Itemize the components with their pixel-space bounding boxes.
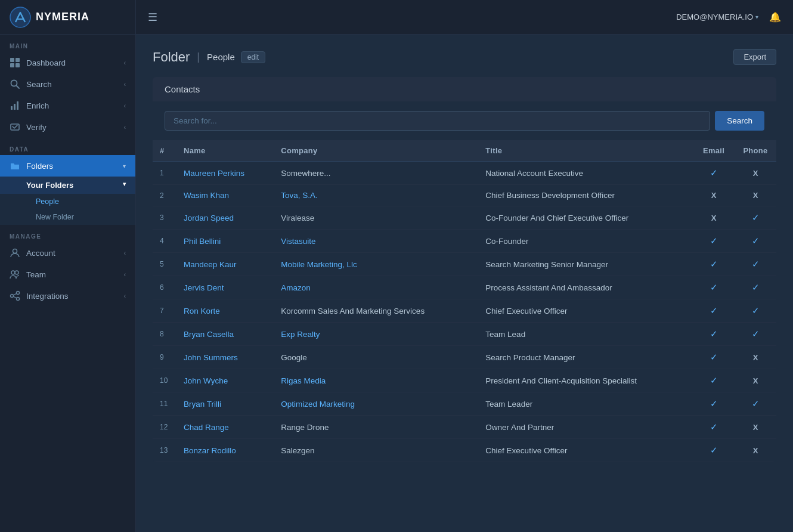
table-row: 10 John Wyche Rigas Media President And … bbox=[153, 369, 776, 392]
company-link[interactable]: Amazon bbox=[281, 283, 311, 292]
enrich-icon bbox=[10, 100, 20, 111]
table-row: 3 Jordan Speed Viralease Co-Founder And … bbox=[153, 206, 776, 230]
contacts-search-button[interactable]: Search bbox=[715, 111, 764, 131]
company-name: Korcomm Sales And Marketing Services bbox=[281, 307, 425, 316]
contact-name-link[interactable]: John Wyche bbox=[184, 376, 228, 385]
contact-company: Somewhere... bbox=[274, 162, 478, 185]
app-title: NYMERIA bbox=[36, 11, 89, 23]
contact-name-link[interactable]: John Summers bbox=[184, 353, 238, 362]
sidebar-item-new-folder[interactable]: New Folder bbox=[0, 209, 135, 225]
phone-check-icon: ✓ bbox=[752, 259, 760, 269]
user-menu[interactable]: DEMO@NYMERIA.IO ▾ bbox=[676, 13, 758, 21]
contact-email-cell: ✓ bbox=[693, 230, 735, 253]
svg-rect-4 bbox=[16, 63, 20, 67]
email-check-icon: ✓ bbox=[710, 329, 718, 339]
contact-name-link[interactable]: Jordan Speed bbox=[184, 214, 234, 222]
contact-title: Search Marketing Senior Manager bbox=[478, 253, 693, 276]
contact-name: Jervis Dent bbox=[176, 276, 274, 299]
contact-name-link[interactable]: Mandeep Kaur bbox=[184, 260, 237, 269]
sidebar-item-folders[interactable]: Folders ▾ bbox=[0, 155, 135, 177]
row-num: 10 bbox=[153, 369, 176, 392]
table-row: 5 Mandeep Kaur Mobile Marketing, Llc Sea… bbox=[153, 253, 776, 276]
contact-title: Team Leader bbox=[478, 392, 693, 416]
company-name: Somewhere... bbox=[281, 169, 330, 178]
col-header-title: Title bbox=[478, 140, 693, 162]
phone-x-icon: X bbox=[753, 353, 758, 362]
dashboard-chevron: ‹ bbox=[124, 60, 126, 66]
svg-point-16 bbox=[17, 298, 20, 301]
contact-phone-cell: ✓ bbox=[735, 230, 776, 253]
contact-name-link[interactable]: Phil Bellini bbox=[184, 237, 221, 246]
phone-x-icon: X bbox=[753, 191, 758, 200]
contact-name-link[interactable]: Bonzar Rodillo bbox=[184, 446, 236, 455]
sidebar-item-enrich[interactable]: Enrich ‹ bbox=[0, 95, 135, 116]
contact-title: Co-Founder And Chief Executive Officer bbox=[478, 206, 693, 230]
contacts-section-title: Contacts bbox=[153, 77, 776, 101]
contact-email-cell: ✓ bbox=[693, 346, 735, 369]
contact-phone-cell: ✓ bbox=[735, 323, 776, 346]
contact-email-cell: X bbox=[693, 185, 735, 206]
row-num: 5 bbox=[153, 253, 176, 276]
contact-email-cell: ✓ bbox=[693, 276, 735, 299]
company-link[interactable]: Exp Realty bbox=[281, 330, 320, 339]
search-label: Search bbox=[26, 80, 52, 89]
contact-name-link[interactable]: Maureen Perkins bbox=[184, 169, 244, 178]
contact-company: Google bbox=[274, 346, 478, 369]
contact-name: John Summers bbox=[176, 346, 274, 369]
notification-bell-icon[interactable]: 🔔 bbox=[769, 11, 781, 23]
contact-company: Rigas Media bbox=[274, 369, 478, 392]
contacts-search-input[interactable] bbox=[165, 111, 710, 131]
sidebar-item-your-folders[interactable]: Your Folders ▾ bbox=[0, 177, 135, 194]
contact-name-link[interactable]: Wasim Khan bbox=[184, 191, 229, 200]
contact-name-link[interactable]: Chad Range bbox=[184, 423, 229, 432]
contact-email-cell: ✓ bbox=[693, 439, 735, 462]
sidebar-item-verify[interactable]: Verify ‹ bbox=[0, 116, 135, 138]
sidebar-item-integrations[interactable]: Integrations ‹ bbox=[0, 285, 135, 307]
row-num: 4 bbox=[153, 230, 176, 253]
col-header-name: Name bbox=[176, 140, 274, 162]
hamburger-button[interactable]: ☰ bbox=[148, 11, 157, 24]
contact-name-link[interactable]: Ron Korte bbox=[184, 307, 220, 316]
company-link[interactable]: Rigas Media bbox=[281, 376, 326, 385]
edit-button[interactable]: edit bbox=[241, 51, 265, 63]
sidebar-item-team[interactable]: Team ‹ bbox=[0, 264, 135, 285]
email-check-icon: ✓ bbox=[710, 282, 718, 292]
email-check-icon: ✓ bbox=[710, 259, 718, 269]
export-button[interactable]: Export bbox=[733, 49, 776, 65]
company-link[interactable]: Vistasuite bbox=[281, 237, 315, 246]
folders-icon bbox=[10, 160, 20, 171]
contact-name-link[interactable]: Jervis Dent bbox=[184, 283, 224, 292]
sidebar-item-people[interactable]: People bbox=[0, 194, 135, 209]
table-row: 1 Maureen Perkins Somewhere... National … bbox=[153, 162, 776, 185]
contact-phone-cell: ✓ bbox=[735, 206, 776, 230]
contact-name: Bryan Trilli bbox=[176, 392, 274, 416]
company-link[interactable]: Tova, S.A. bbox=[281, 191, 318, 200]
col-header-company: Company bbox=[274, 140, 478, 162]
contact-name-link[interactable]: Bryan Trilli bbox=[184, 400, 221, 409]
table-row: 9 John Summers Google Search Product Man… bbox=[153, 346, 776, 369]
contact-email-cell: X bbox=[693, 206, 735, 230]
contact-name-link[interactable]: Bryan Casella bbox=[184, 330, 234, 339]
contact-email-cell: ✓ bbox=[693, 416, 735, 439]
row-num: 13 bbox=[153, 439, 176, 462]
row-num: 3 bbox=[153, 206, 176, 230]
contact-title: National Account Executive bbox=[478, 162, 693, 185]
contact-name: Chad Range bbox=[176, 416, 274, 439]
svg-rect-7 bbox=[11, 106, 13, 110]
table-row: 2 Wasim Khan Tova, S.A. Chief Business D… bbox=[153, 185, 776, 206]
company-link[interactable]: Mobile Marketing, Llc bbox=[281, 260, 357, 269]
search-chevron: ‹ bbox=[124, 81, 126, 88]
account-chevron: ‹ bbox=[124, 250, 126, 256]
integrations-icon bbox=[10, 290, 20, 301]
contact-name: Ron Korte bbox=[176, 299, 274, 323]
nymeria-logo-icon bbox=[10, 7, 31, 28]
sidebar-item-dashboard[interactable]: Dashboard ‹ bbox=[0, 52, 135, 73]
user-caret-icon: ▾ bbox=[755, 14, 758, 20]
dashboard-label: Dashboard bbox=[26, 58, 66, 67]
sidebar-item-account[interactable]: Account ‹ bbox=[0, 242, 135, 264]
company-link[interactable]: Optimized Marketing bbox=[281, 400, 355, 409]
phone-check-icon: ✓ bbox=[752, 329, 760, 339]
contact-company: Vistasuite bbox=[274, 230, 478, 253]
sidebar-item-search[interactable]: Search ‹ bbox=[0, 73, 135, 95]
page-folder-label: Folder bbox=[153, 50, 190, 65]
